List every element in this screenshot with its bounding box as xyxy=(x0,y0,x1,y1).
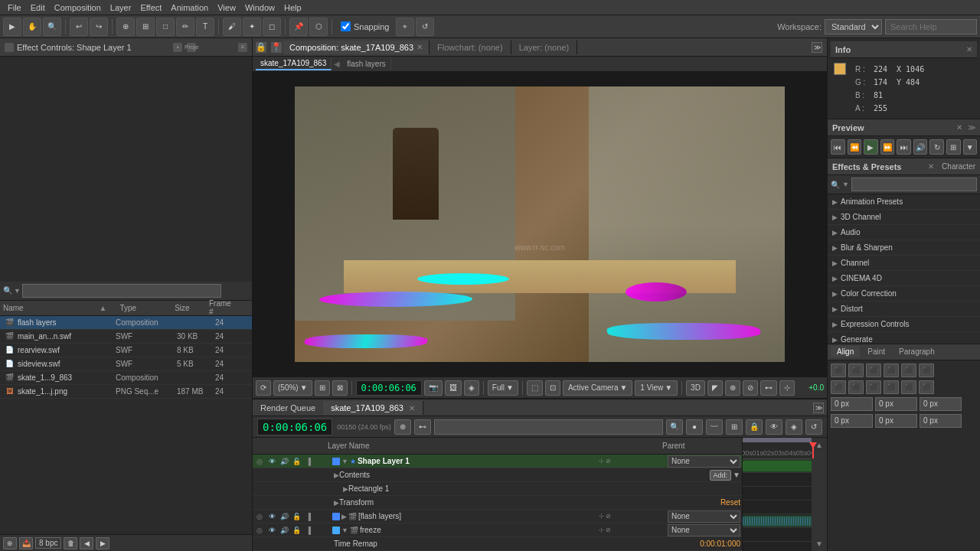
source-tab-2[interactable]: flash layers xyxy=(342,58,391,70)
effect-item[interactable]: ▶ Expression Controls xyxy=(828,317,980,332)
parent-select-flash[interactable]: None xyxy=(668,510,740,523)
menu-window[interactable]: Window xyxy=(240,3,279,12)
trash-btn[interactable]: 🗑 xyxy=(64,537,77,549)
grid-view-btn[interactable]: ⬚ xyxy=(527,380,543,396)
tc-motion-btn[interactable]: 〰 xyxy=(706,419,723,435)
align-right-btn[interactable]: ⬛ xyxy=(866,364,881,377)
expand-flash[interactable]: ▶ xyxy=(341,513,347,520)
effects-search-input[interactable] xyxy=(851,178,977,191)
align-top-btn[interactable]: ⬛ xyxy=(884,364,899,377)
file-item[interactable]: 🎬 flash layers Composition 24 xyxy=(0,316,252,330)
redo-btn[interactable]: ↪ xyxy=(90,18,108,36)
prev-first-btn[interactable]: ⏮ xyxy=(831,139,845,155)
expand-shape1[interactable]: ▼ xyxy=(341,458,348,465)
effect-item[interactable]: ▶ Blur & Sharpen xyxy=(828,240,980,256)
effect-item[interactable]: ▶ Animation Presets xyxy=(828,194,980,210)
timeline-search[interactable] xyxy=(434,419,663,435)
effect-controls-close[interactable]: ▪ xyxy=(173,43,182,52)
import-btn[interactable]: 📥 xyxy=(19,537,33,549)
zoom-display[interactable]: (50%) ▼ xyxy=(273,380,312,396)
audio-icon-freeze[interactable]: 🔊 xyxy=(279,525,289,536)
expand-rect[interactable]: ▶ xyxy=(343,485,348,493)
view-layout-btn[interactable]: 1 View ▼ xyxy=(635,380,678,396)
prev-play-btn[interactable]: ▶ xyxy=(864,139,878,155)
layer-tab[interactable]: Layer: (none) xyxy=(511,41,577,54)
sort-icon[interactable]: ▲ xyxy=(100,304,109,312)
para-input-3[interactable] xyxy=(920,397,962,411)
parent-select-shape1[interactable]: None xyxy=(668,455,740,468)
file-item[interactable]: 🎬 skate_1...9_863 Composition 24 xyxy=(0,371,252,385)
align-left-btn[interactable]: ⬛ xyxy=(831,364,846,377)
search-input[interactable] xyxy=(885,19,977,34)
align-middle-btn[interactable]: ⬛ xyxy=(901,364,916,377)
effect-item[interactable]: ▶ Distort xyxy=(828,302,980,317)
eye-icon-freeze[interactable]: 👁 xyxy=(266,525,277,536)
align-3d-btn[interactable]: ⊷ xyxy=(760,380,777,396)
timeline-time-display[interactable]: 0:00:06:06 xyxy=(257,419,332,435)
prev-fwd-btn[interactable]: ⏩ xyxy=(880,139,895,155)
fswitch2[interactable]: ⊘ xyxy=(606,513,611,520)
show-snapshot-btn[interactable]: 🖼 xyxy=(445,380,462,396)
para-input-2[interactable] xyxy=(875,397,917,411)
align-center-btn[interactable]: ⬛ xyxy=(848,364,864,377)
layer-timeremap[interactable]: Time Remap 0:00:01:000 xyxy=(253,537,742,551)
effect-item[interactable]: ▶ Channel xyxy=(828,256,980,271)
effect-item[interactable]: ▶ Generate xyxy=(828,332,980,344)
solo-icon-flash[interactable]: ◎ xyxy=(254,511,265,522)
clone-tool-btn[interactable]: ✦ xyxy=(243,18,261,36)
parent-select-freeze[interactable]: None xyxy=(668,524,740,536)
para-input-5[interactable] xyxy=(875,414,917,428)
workspace-select[interactable]: Standard xyxy=(825,19,882,34)
switch2[interactable]: ⊘ xyxy=(606,458,611,465)
active-camera-btn[interactable]: Active Camera ▼ xyxy=(563,380,632,396)
tc-quality-btn[interactable]: ◈ xyxy=(786,419,802,435)
layer-rect1[interactable]: ▶ Rectangle 1 xyxy=(253,482,742,496)
render-queue-tab[interactable]: Render Queue xyxy=(253,401,323,415)
menu-view[interactable]: View xyxy=(213,3,240,12)
loop-btn[interactable]: ⟳ xyxy=(256,380,271,396)
prev-last-btn[interactable]: ⏭ xyxy=(897,139,911,155)
character-tab[interactable]: Character xyxy=(942,162,975,171)
dist-left-btn[interactable]: ⬛ xyxy=(831,380,846,394)
expand-transform[interactable]: ▶ xyxy=(334,499,339,507)
solo-icon-freeze[interactable]: ◎ xyxy=(254,525,265,536)
puppet-tool-btn[interactable]: ⬡ xyxy=(309,18,328,36)
para-input-6[interactable] xyxy=(920,414,962,428)
lock-icon-shape1[interactable]: 🔓 xyxy=(291,456,302,467)
new-comp-btn[interactable]: ⊕ xyxy=(116,18,135,36)
eraser-tool-btn[interactable]: ◻ xyxy=(263,18,281,36)
info-close-btn[interactable]: ✕ xyxy=(966,45,972,54)
tc-flow-btn[interactable]: ⊷ xyxy=(414,419,431,435)
hand-tool-btn[interactable]: ✋ xyxy=(23,18,41,36)
prev-loop-btn[interactable]: ↻ xyxy=(929,139,944,155)
tc-3d-btn[interactable]: ⊞ xyxy=(726,419,743,435)
expand-contents[interactable]: ▶ xyxy=(334,471,339,479)
perspective-btn[interactable]: ◤ xyxy=(707,380,723,396)
effect-item[interactable]: ▶ Audio xyxy=(828,225,980,240)
comp-timeline-tab[interactable]: skate_17A109_863 ✕ xyxy=(323,401,423,415)
menu-help[interactable]: Help xyxy=(279,3,306,12)
reset-btn[interactable]: Reset xyxy=(720,498,740,507)
layer-transform[interactable]: ▶ Transform Reset xyxy=(253,496,742,510)
refresh-btn[interactable]: ↺ xyxy=(416,18,434,36)
show-channel-btn[interactable]: ◈ xyxy=(464,380,479,396)
comp-expand-btn[interactable]: ≫ xyxy=(812,42,822,53)
dist-top-btn[interactable]: ⬛ xyxy=(884,380,899,394)
compose-btn[interactable]: ⊕ xyxy=(725,380,740,396)
timeline-expand-btn[interactable]: ≫ xyxy=(813,403,824,413)
eye-icon-shape1[interactable]: 👁 xyxy=(266,456,277,467)
comp-tab-main[interactable]: Composition: skate_17A109_863 ✕ xyxy=(283,41,430,54)
text-tool-btn[interactable]: T xyxy=(196,18,214,36)
add-content-btn[interactable]: Add: xyxy=(710,470,732,481)
fswitch1[interactable]: ⊹ xyxy=(599,513,604,520)
zswitch2[interactable]: ⊘ xyxy=(606,527,611,533)
tc-search-icon[interactable]: 🔍 xyxy=(666,419,683,435)
layer-contents[interactable]: ▶ Contents Add: ▼ xyxy=(253,468,742,482)
flowchart-tab[interactable]: Flowchart: (none) xyxy=(430,41,511,54)
add-content-arrow[interactable]: ▼ xyxy=(733,471,740,479)
transform-btn[interactable]: ⊹ xyxy=(779,380,795,396)
pen-tool-btn[interactable]: ✏ xyxy=(176,18,194,36)
audio-icon-flash[interactable]: 🔊 xyxy=(279,511,289,522)
preview-expand-btn[interactable]: ≫ xyxy=(968,123,975,132)
effect-item[interactable]: ▶ Color Correction xyxy=(828,286,980,302)
